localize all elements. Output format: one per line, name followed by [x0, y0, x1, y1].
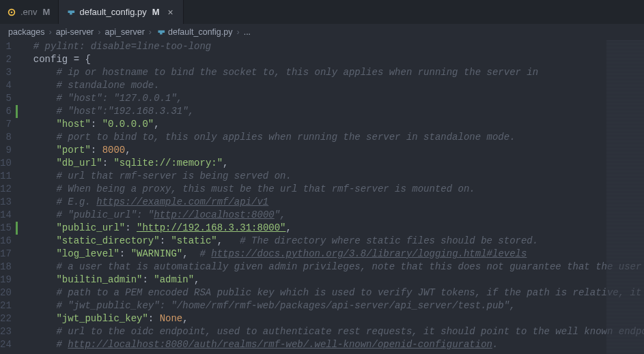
line-number: 18 [0, 261, 12, 274]
line-number: 8 [0, 131, 12, 144]
code-editor[interactable]: 123456789101112131415161718192021222324 … [0, 40, 644, 354]
line-number: 1 [0, 40, 12, 53]
dirty-indicator: M [42, 7, 52, 17]
line-number: 5 [0, 92, 12, 105]
code-content[interactable]: # pylint: disable=line-too-long config =… [24, 40, 644, 354]
crumb[interactable]: default_config.py [168, 27, 233, 37]
chevron-right-icon: › [236, 27, 241, 37]
line-number: 15 [0, 222, 18, 235]
gear-icon [7, 8, 16, 17]
line-number: 20 [0, 286, 12, 299]
line-number: 17 [0, 248, 12, 261]
minimap[interactable] [606, 40, 644, 354]
crumb[interactable]: packages [8, 27, 45, 37]
line-number: 3 [0, 66, 12, 79]
line-number: 21 [0, 299, 12, 312]
crumb[interactable]: ... [244, 27, 251, 37]
tab-label: .env [20, 7, 38, 17]
dirty-indicator: M [151, 7, 161, 17]
python-icon [66, 8, 75, 17]
chevron-right-icon: › [148, 27, 153, 37]
line-number: 19 [0, 274, 12, 286]
line-number: 14 [0, 209, 12, 222]
tab-bar: .env M default_config.py M × [0, 0, 644, 24]
breadcrumb: packages › api-server › api_server › def… [0, 24, 644, 40]
crumb[interactable]: api_server [104, 27, 144, 37]
line-number: 4 [0, 79, 12, 92]
python-icon [156, 27, 165, 37]
chevron-right-icon: › [48, 27, 53, 37]
line-number: 10 [0, 157, 12, 170]
line-number: 2 [0, 53, 12, 66]
line-number: 23 [0, 325, 12, 338]
line-number: 9 [0, 144, 12, 157]
line-number: 7 [0, 118, 12, 131]
line-number: 13 [0, 196, 12, 209]
line-number: 16 [0, 235, 12, 248]
tab-label: default_config.py [79, 7, 146, 17]
line-number: 12 [0, 183, 12, 196]
close-icon[interactable]: × [165, 7, 176, 18]
chevron-right-icon: › [96, 27, 102, 37]
line-gutter: 123456789101112131415161718192021222324 [0, 40, 24, 354]
line-number: 11 [0, 170, 12, 183]
line-number: 6 [0, 105, 18, 118]
svg-point-1 [11, 11, 13, 13]
tab-default-config[interactable]: default_config.py M × [59, 0, 183, 24]
line-number: 22 [0, 312, 12, 325]
tab-env[interactable]: .env M [0, 0, 59, 24]
line-number: 24 [0, 338, 12, 351]
crumb[interactable]: api-server [56, 27, 94, 37]
